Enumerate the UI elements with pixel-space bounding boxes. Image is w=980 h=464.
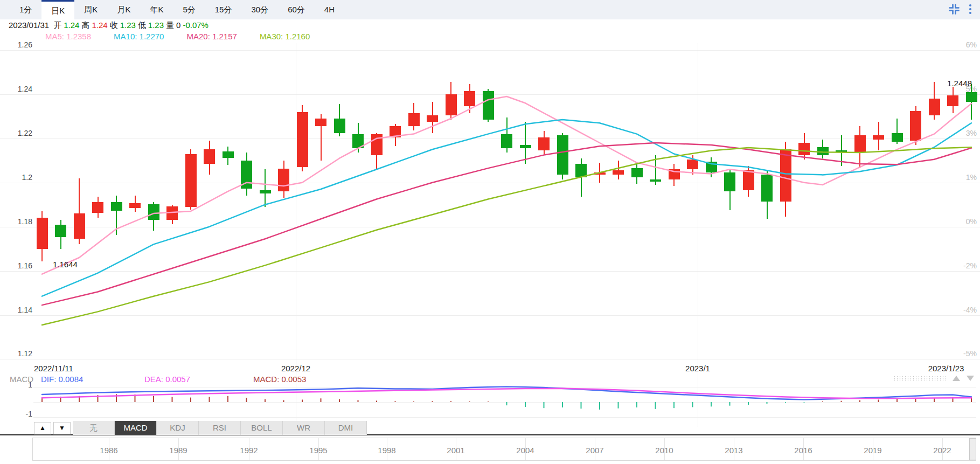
candle-body — [669, 169, 680, 179]
candle-body — [687, 160, 698, 169]
candle-body — [278, 169, 289, 191]
panel-expand-arrow-icon[interactable] — [953, 376, 960, 381]
candle-wick — [265, 169, 266, 207]
candle-body — [241, 161, 252, 189]
candle-body — [166, 206, 178, 220]
candle-body — [334, 119, 345, 133]
macd-axis-plus1: 1 — [0, 380, 32, 389]
indicator-tab-kdj[interactable]: KDJ — [157, 421, 199, 435]
indicator-tabs: 无MACDKDJRSIBOLLWRDMI — [73, 421, 367, 435]
candle-body — [129, 203, 141, 208]
candle-body — [483, 91, 494, 120]
macd-axis-minus1: -1 — [0, 410, 32, 418]
candle-body — [817, 147, 829, 155]
candle-body — [836, 150, 847, 153]
candle-body — [223, 151, 234, 158]
candle-body — [910, 111, 921, 141]
indicator-scroll-up-button[interactable]: ▲ — [34, 422, 51, 434]
history-navigator[interactable] — [32, 438, 976, 461]
candle-body — [204, 149, 215, 164]
candle-wick — [618, 161, 619, 179]
candle-body — [315, 119, 326, 126]
candle-body — [594, 172, 606, 175]
candle-body — [929, 99, 940, 115]
candle-body — [613, 170, 624, 175]
candle-body — [538, 137, 550, 151]
candle-body — [743, 170, 754, 190]
candle-body — [427, 115, 438, 122]
indicator-tab-boll[interactable]: BOLL — [241, 421, 283, 435]
panel-resize-handle[interactable] — [893, 376, 947, 381]
high-price-annotation: 1.2448 — [922, 79, 972, 88]
candle-body — [947, 95, 958, 106]
candle-body — [74, 213, 85, 239]
indicator-tab-dmi[interactable]: DMI — [325, 421, 367, 435]
candle-body — [390, 126, 401, 137]
candle-body — [780, 149, 791, 201]
indicator-tab-无[interactable]: 无 — [73, 421, 115, 435]
low-price-annotation: 1.1644 — [53, 260, 78, 269]
candle-body — [650, 179, 661, 182]
candle-body — [297, 112, 308, 167]
macd-dea-value: DEA: 0.0057 — [144, 375, 190, 384]
navigator-scroll-handle[interactable] — [969, 438, 976, 460]
candle-body — [37, 218, 48, 248]
kline-chart-app: 1分日K周K月K年K5分15分30分60分4H 2023/01/31 开1.24… — [0, 0, 980, 464]
panel-collapse-arrow-icon[interactable] — [967, 376, 974, 381]
candle-body — [892, 133, 903, 142]
candle-wick — [525, 122, 526, 164]
indicator-tab-wr[interactable]: WR — [283, 421, 325, 435]
candle-body — [575, 164, 587, 177]
candle-body — [798, 143, 810, 155]
macd-dif-value: DIF: 0.0084 — [41, 375, 83, 384]
candle-body — [520, 145, 531, 148]
candle-body — [966, 92, 977, 102]
macd-value: MACD: 0.0053 — [253, 375, 306, 384]
candle-body — [501, 134, 512, 149]
candle-body — [446, 94, 457, 115]
indicator-scroll-down-button[interactable]: ▼ — [53, 422, 71, 434]
candlestick-chart-surface[interactable] — [0, 0, 980, 464]
indicator-tab-rsi[interactable]: RSI — [199, 421, 241, 435]
candle-body — [55, 225, 66, 238]
indicator-tab-macd[interactable]: MACD — [115, 421, 157, 435]
candle-body — [724, 172, 735, 191]
candle-body — [873, 135, 884, 140]
candle-body — [706, 162, 717, 172]
candle-body — [408, 113, 420, 127]
candle-body — [464, 91, 475, 107]
candle-body — [111, 202, 122, 211]
candle-body — [92, 202, 103, 213]
candle-body — [352, 134, 364, 149]
candle-body — [631, 168, 643, 177]
candle-body — [185, 154, 197, 206]
candle-body — [557, 135, 568, 175]
candle-body — [371, 134, 383, 155]
candle-body — [761, 175, 773, 201]
candle-body — [854, 135, 866, 153]
candle-body — [260, 190, 271, 193]
candle-body — [148, 204, 159, 220]
indicator-bar: ▲ ▼ 无MACDKDJRSIBOLLWRDMI — [0, 421, 980, 435]
